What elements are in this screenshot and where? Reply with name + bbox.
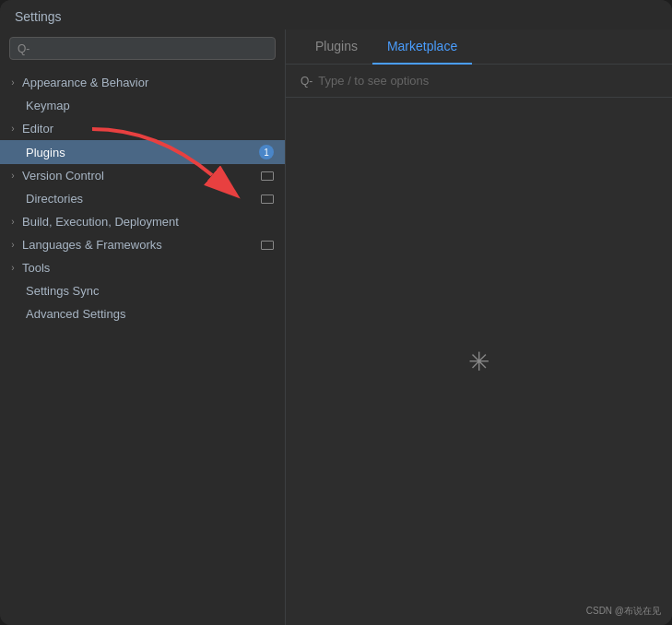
sidebar-item-editor[interactable]: › Editor xyxy=(0,117,285,140)
tab-marketplace[interactable]: Marketplace xyxy=(372,29,472,65)
sidebar-item-label: Editor xyxy=(22,122,274,136)
sidebar-item-label: Tools xyxy=(22,261,274,275)
sidebar-search-wrapper[interactable]: Q- xyxy=(9,37,276,60)
window-icon xyxy=(261,195,274,204)
tab-marketplace-label: Marketplace xyxy=(387,39,457,53)
panel-body: ✳ xyxy=(286,98,672,625)
arrow-icon: › xyxy=(7,240,18,251)
sidebar-nav: › Appearance & Behavior Keymap › Editor … xyxy=(0,67,285,625)
loading-spinner: ✳ xyxy=(468,347,489,377)
settings-window: Settings Q- › Appearance & Behavior Keym… xyxy=(0,0,672,625)
tab-plugins-label: Plugins xyxy=(315,39,358,53)
window-title: Settings xyxy=(15,9,62,24)
sidebar-search-container: Q- xyxy=(0,29,285,67)
panel-search-placeholder: Type / to see options xyxy=(318,74,429,88)
watermark: CSDN @布说在见 xyxy=(586,605,661,618)
plugins-badge: 1 xyxy=(259,145,274,159)
sidebar-item-label: Directories xyxy=(26,192,261,206)
sidebar-item-label: Appearance & Behavior xyxy=(22,76,274,89)
sidebar-search-icon: Q- xyxy=(18,42,29,55)
panel-search[interactable]: Q- Type / to see options xyxy=(286,65,672,98)
window-icon xyxy=(261,241,274,250)
sidebar-item-label: Version Control xyxy=(22,169,261,183)
sidebar-item-label: Keymap xyxy=(26,99,274,112)
arrow-icon: › xyxy=(7,263,18,274)
panel-search-icon: Q- xyxy=(301,75,312,88)
sidebar-search-input[interactable] xyxy=(33,41,267,55)
sidebar-item-keymap[interactable]: Keymap xyxy=(0,94,285,117)
arrow-icon: › xyxy=(7,124,18,135)
main-panel: Plugins Marketplace Q- Type / to see opt… xyxy=(286,29,672,625)
title-bar: Settings xyxy=(0,0,672,29)
sidebar-item-appearance[interactable]: › Appearance & Behavior xyxy=(0,71,285,94)
tabs-row: Plugins Marketplace xyxy=(286,29,672,65)
sidebar-item-plugins[interactable]: Plugins 1 xyxy=(0,140,285,164)
arrow-icon: › xyxy=(7,171,18,182)
sidebar-item-settings-sync[interactable]: Settings Sync xyxy=(0,279,285,302)
sidebar-item-label: Languages & Frameworks xyxy=(22,238,261,252)
arrow-icon: › xyxy=(7,77,18,88)
arrow-icon: › xyxy=(7,217,18,228)
sidebar-item-version-control[interactable]: › Version Control xyxy=(0,164,285,187)
sidebar-item-label: Plugins xyxy=(26,146,259,159)
content-area: Q- › Appearance & Behavior Keymap › Edit xyxy=(0,29,672,625)
window-icon xyxy=(261,171,274,181)
sidebar-item-advanced[interactable]: Advanced Settings xyxy=(0,302,285,325)
sidebar-item-tools[interactable]: › Tools xyxy=(0,256,285,279)
sidebar: Q- › Appearance & Behavior Keymap › Edit xyxy=(0,29,286,625)
sidebar-item-label: Advanced Settings xyxy=(26,307,274,321)
sidebar-item-label: Settings Sync xyxy=(26,284,274,298)
sidebar-item-directories[interactable]: Directories xyxy=(0,187,285,210)
sidebar-item-languages[interactable]: › Languages & Frameworks xyxy=(0,233,285,256)
sidebar-item-label: Build, Execution, Deployment xyxy=(22,215,274,229)
sidebar-item-build[interactable]: › Build, Execution, Deployment xyxy=(0,210,285,233)
tab-plugins[interactable]: Plugins xyxy=(301,29,372,65)
